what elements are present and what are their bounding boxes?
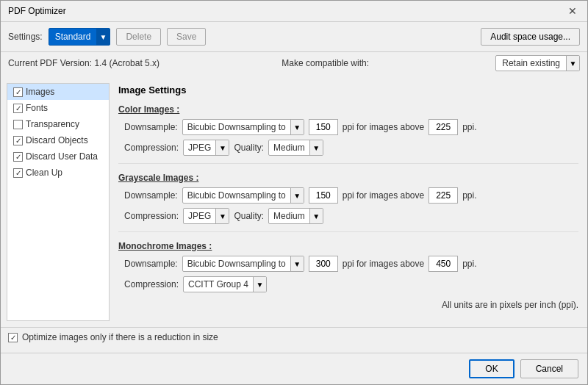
divider-1	[118, 163, 578, 164]
gray-quality-arrow[interactable]: ▼	[309, 209, 323, 223]
color-downsample-select[interactable]: Bicubic Downsampling to ▼	[182, 119, 304, 135]
color-ppi-label: ppi.	[462, 122, 476, 132]
divider-2	[118, 231, 578, 232]
mono-images-title: Monochrome Images :	[118, 241, 578, 251]
mono-above-ppi-input[interactable]	[429, 256, 458, 272]
sidebar-item-cleanup[interactable]: Clean Up	[7, 165, 109, 181]
current-version-label: Current PDF Version: 1.4 (Acrobat 5.x)	[8, 58, 159, 68]
mono-compression-arrow[interactable]: ▼	[253, 277, 266, 292]
sidebar-item-fonts-label: Fonts	[26, 103, 48, 113]
mono-downsample-arrow[interactable]: ▼	[290, 256, 304, 271]
dialog-footer: OK Cancel	[1, 353, 587, 384]
color-downsample-label: Downsample:	[124, 122, 178, 132]
gray-compression-value: JPEG	[184, 211, 215, 221]
mono-ppi-label: ppi.	[462, 259, 476, 269]
sidebar-item-transparency[interactable]: Transparency	[7, 116, 109, 132]
color-compression-row: Compression: JPEG ▼ Quality: Medium ▼	[118, 140, 578, 156]
gray-compression-arrow[interactable]: ▼	[215, 209, 229, 223]
gray-downsample-row: Downsample: Bicubic Downsampling to ▼ pp…	[118, 187, 578, 204]
mono-downsample-row: Downsample: Bicubic Downsampling to ▼ pp…	[118, 256, 578, 272]
color-compression-value: JPEG	[184, 143, 215, 153]
color-above-ppi-input[interactable]	[429, 119, 458, 135]
mono-above-label: ppi for images above	[343, 259, 424, 269]
fonts-checkbox[interactable]	[13, 104, 23, 113]
mono-downsample-value: Bicubic Downsampling to	[183, 259, 290, 269]
color-images-title: Color Images :	[118, 104, 578, 115]
grayscale-images-title: Grayscale Images :	[118, 173, 578, 183]
delete-button[interactable]: Delete	[116, 28, 161, 46]
toolbar: Settings: Standard ▼ Delete Save Audit s…	[1, 22, 587, 52]
color-compression-select[interactable]: JPEG ▼	[183, 140, 229, 156]
color-quality-value: Medium	[269, 143, 309, 153]
gray-above-label: ppi for images above	[343, 190, 424, 201]
color-compression-arrow[interactable]: ▼	[215, 140, 229, 155]
units-text: All units are in pixels per inch (ppi).	[442, 300, 578, 310]
gray-downsample-label: Downsample:	[124, 190, 178, 201]
units-row: All units are in pixels per inch (ppi).	[118, 297, 578, 313]
version-row: Current PDF Version: 1.4 (Acrobat 5.x) M…	[1, 52, 587, 77]
sidebar-item-cleanup-label: Clean Up	[26, 168, 62, 178]
discard-user-data-checkbox[interactable]	[13, 152, 23, 162]
color-quality-label: Quality:	[234, 143, 264, 153]
audit-button[interactable]: Audit space usage...	[481, 28, 580, 46]
sidebar-item-fonts[interactable]: Fonts	[7, 100, 109, 116]
close-button[interactable]: ✕	[565, 5, 580, 17]
optimize-row: Optimize images only if there is a reduc…	[8, 332, 580, 342]
save-button[interactable]: Save	[167, 28, 206, 46]
settings-dropdown[interactable]: Standard ▼	[49, 28, 111, 46]
color-above-label: ppi for images above	[343, 122, 424, 132]
body: Images Fonts Transparency Discard Object…	[1, 77, 587, 327]
gray-above-ppi-input[interactable]	[429, 187, 458, 204]
color-downsample-arrow[interactable]: ▼	[290, 120, 304, 134]
settings-label: Settings:	[8, 32, 43, 42]
section-title: Image Settings	[118, 84, 578, 96]
sidebar-item-images-label: Images	[26, 87, 54, 97]
gray-downsample-value: Bicubic Downsampling to	[183, 190, 290, 201]
color-quality-select[interactable]: Medium ▼	[268, 140, 323, 156]
optimize-checkbox[interactable]	[8, 333, 18, 342]
main-content: Image Settings Color Images : Downsample…	[110, 77, 587, 327]
ok-button[interactable]: OK	[469, 359, 514, 378]
gray-quality-label: Quality:	[234, 211, 264, 221]
sidebar-item-transparency-label: Transparency	[26, 119, 79, 129]
sidebar-item-images[interactable]: Images	[7, 84, 109, 100]
sidebar-item-discard-user-data[interactable]: Discard User Data	[7, 148, 109, 165]
gray-compression-label: Compression:	[124, 211, 179, 221]
compat-dropdown[interactable]: Retain existing ▼	[495, 55, 580, 71]
gray-compression-select[interactable]: JPEG ▼	[183, 208, 229, 224]
cleanup-checkbox[interactable]	[13, 168, 23, 178]
mono-compression-label: Compression:	[124, 279, 179, 289]
compat-dropdown-arrow[interactable]: ▼	[566, 56, 579, 71]
discard-objects-checkbox[interactable]	[13, 136, 23, 145]
mono-compression-value: CCITT Group 4	[184, 279, 253, 289]
mono-downsample-ppi-input[interactable]	[309, 256, 338, 272]
gray-compression-row: Compression: JPEG ▼ Quality: Medium ▼	[118, 208, 578, 224]
color-quality-arrow[interactable]: ▼	[309, 140, 323, 155]
mono-compression-select[interactable]: CCITT Group 4 ▼	[183, 276, 267, 292]
mono-downsample-select[interactable]: Bicubic Downsampling to ▼	[182, 256, 304, 272]
sidebar: Images Fonts Transparency Discard Object…	[7, 83, 110, 321]
settings-dropdown-arrow[interactable]: ▼	[96, 29, 110, 45]
compat-value: Retain existing	[496, 58, 566, 68]
bottom-area: Optimize images only if there is a reduc…	[1, 327, 587, 353]
cancel-button[interactable]: Cancel	[520, 359, 578, 378]
make-compatible-label: Make compatible with:	[282, 58, 369, 68]
gray-quality-select[interactable]: Medium ▼	[268, 208, 323, 224]
sidebar-item-discard-user-data-label: Discard User Data	[26, 151, 98, 162]
mono-compression-row: Compression: CCITT Group 4 ▼	[118, 276, 578, 292]
gray-downsample-ppi-input[interactable]	[309, 187, 338, 204]
gray-downsample-select[interactable]: Bicubic Downsampling to ▼	[182, 187, 304, 204]
color-downsample-value: Bicubic Downsampling to	[183, 122, 290, 132]
optimize-label: Optimize images only if there is a reduc…	[22, 332, 218, 342]
color-downsample-ppi-input[interactable]	[309, 119, 338, 135]
sidebar-item-discard-objects[interactable]: Discard Objects	[7, 132, 109, 148]
gray-downsample-arrow[interactable]: ▼	[290, 188, 304, 203]
dialog-title: PDF Optimizer	[8, 6, 66, 16]
color-compression-label: Compression:	[124, 143, 179, 153]
settings-value: Standard	[49, 29, 97, 45]
transparency-checkbox[interactable]	[13, 120, 23, 129]
pdf-optimizer-dialog: PDF Optimizer ✕ Settings: Standard ▼ Del…	[0, 0, 588, 385]
mono-downsample-label: Downsample:	[124, 259, 178, 269]
images-checkbox[interactable]	[13, 87, 23, 97]
color-downsample-row: Downsample: Bicubic Downsampling to ▼ pp…	[118, 119, 578, 135]
